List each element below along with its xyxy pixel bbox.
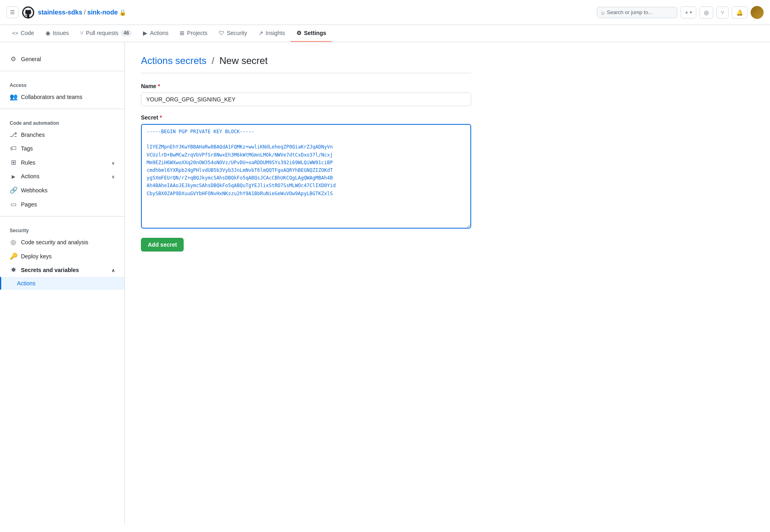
chevron-up-icon (112, 267, 115, 273)
sidebar-divider-1 (0, 71, 124, 71)
repo-nav: <> Code ◉ Issues ⑂ Pull requests 46 ▶ Ac… (0, 25, 770, 42)
repo-path: stainless-sdks / sink-node 🔒 (38, 9, 126, 16)
name-form-group: Name * (141, 83, 471, 106)
sidebar-item-branches[interactable]: ⎇ Branches (0, 128, 124, 142)
pr-badge: 46 (121, 30, 132, 36)
nav-actions[interactable]: ▶ Actions (137, 25, 174, 42)
secret-textarea[interactable] (141, 124, 471, 229)
top-bar-right: ⌕ Search or jump to... + ▾ ◎ ⑂ 🔔 (597, 6, 764, 19)
org-name[interactable]: stainless-sdks (38, 9, 82, 16)
sidebar-item-webhooks[interactable]: 🔗 Webhooks (0, 183, 124, 197)
top-bar-left: ☰ stainless-sdks / sink-node 🔒 (6, 6, 594, 19)
git-pull-request-icon: ⑂ (721, 9, 724, 16)
asterisk-icon: ✸ (10, 266, 17, 274)
breadcrumb-link[interactable]: Actions secrets (141, 55, 207, 66)
settings-icon: ⚙ (296, 30, 302, 36)
secret-required: * (160, 114, 162, 121)
code-security-icon: ◎ (10, 238, 17, 246)
nav-issues[interactable]: ◉ Issues (40, 25, 75, 42)
notifications-button[interactable]: 🔔 (732, 6, 747, 19)
sidebar-item-deploy-keys[interactable]: 🔑 Deploy keys (0, 249, 124, 263)
sidebar-item-secrets-variables[interactable]: ✸ Secrets and variables (0, 263, 124, 277)
key-icon: 🔑 (10, 252, 17, 260)
sidebar-item-actions-sub[interactable]: Actions (0, 277, 124, 290)
github-logo (22, 6, 35, 19)
nav-insights[interactable]: ↗ Insights (253, 25, 291, 42)
sidebar-divider-2 (0, 109, 124, 109)
sidebar: General Access 👥 Collaborators and teams… (0, 42, 125, 524)
page-header: Actions secrets / New secret (141, 55, 471, 73)
sidebar-item-general[interactable]: General (0, 52, 124, 66)
repo-name[interactable]: sink-node (87, 9, 118, 16)
add-secret-button[interactable]: Add secret (141, 238, 184, 252)
access-section-label: Access (0, 76, 124, 90)
secret-label: Secret * (141, 114, 471, 121)
sidebar-item-actions[interactable]: Actions (0, 169, 124, 183)
bell-icon: 🔔 (736, 9, 743, 16)
notification-dot (761, 6, 764, 8)
projects-icon: ⊞ (180, 30, 184, 36)
search-icon: ⌕ (601, 9, 604, 16)
sidebar-divider-3 (0, 216, 124, 217)
nav-pull-requests[interactable]: ⑂ Pull requests 46 (75, 25, 137, 42)
breadcrumb-current: New secret (219, 55, 268, 66)
sidebar-item-collaborators[interactable]: 👥 Collaborators and teams (0, 90, 124, 104)
webhook-icon: 🔗 (10, 186, 17, 194)
lock-icon: 🔒 (119, 9, 126, 16)
chevron-icon-actions (112, 173, 115, 179)
actions-icon (10, 173, 17, 180)
name-required: * (158, 83, 160, 89)
name-label: Name * (141, 83, 471, 89)
pull-requests-button[interactable]: ⑂ (716, 6, 729, 19)
secret-form-group: Secret * (141, 114, 471, 230)
branch-icon: ⎇ (10, 131, 17, 138)
issues-icon: ◉ (46, 30, 50, 36)
hamburger-icon: ☰ (10, 9, 15, 15)
security-section-label: Security (0, 221, 124, 235)
sidebar-item-rules[interactable]: ⊞ Rules (0, 155, 124, 169)
create-button[interactable]: + ▾ (681, 6, 696, 19)
pages-icon: ▭ (10, 200, 17, 208)
security-icon: 🛡 (219, 30, 224, 36)
name-input[interactable] (141, 93, 471, 106)
nav-settings[interactable]: ⚙ Settings (291, 25, 332, 42)
circle-dot-icon: ◎ (704, 9, 709, 16)
gear-icon (10, 55, 17, 63)
hamburger-button[interactable]: ☰ (6, 6, 19, 18)
main-layout: General Access 👥 Collaborators and teams… (0, 42, 770, 524)
nav-security[interactable]: 🛡 Security (213, 25, 253, 42)
code-automation-section-label: Code and automation (0, 114, 124, 128)
nav-projects[interactable]: ⊞ Projects (174, 25, 213, 42)
people-icon: 👥 (10, 93, 17, 101)
code-icon: <> (12, 30, 18, 36)
breadcrumb-separator: / (211, 55, 214, 66)
actions-icon: ▶ (143, 30, 147, 36)
sidebar-item-tags[interactable]: 🏷 Tags (0, 142, 124, 155)
chevron-down-icon: ▾ (690, 10, 692, 14)
main-content: Actions secrets / New secret Name * Secr… (125, 42, 487, 524)
tag-icon: 🏷 (10, 145, 17, 152)
rule-icon: ⊞ (10, 159, 17, 166)
search-placeholder: Search or jump to... (607, 9, 652, 15)
sidebar-item-pages[interactable]: ▭ Pages (0, 197, 124, 211)
plus-icon: + (685, 9, 688, 16)
avatar[interactable] (751, 6, 764, 19)
nav-code[interactable]: <> Code (6, 25, 40, 42)
sidebar-item-code-security[interactable]: ◎ Code security and analysis (0, 235, 124, 249)
insights-icon: ↗ (259, 30, 263, 36)
active-indicator (0, 277, 1, 290)
issues-button[interactable]: ◎ (700, 6, 713, 19)
search-box[interactable]: ⌕ Search or jump to... (597, 7, 677, 18)
top-bar: ☰ stainless-sdks / sink-node 🔒 ⌕ Search … (0, 0, 770, 25)
chevron-icon (112, 159, 115, 166)
pull-request-icon: ⑂ (80, 30, 83, 36)
path-separator: / (84, 9, 85, 16)
